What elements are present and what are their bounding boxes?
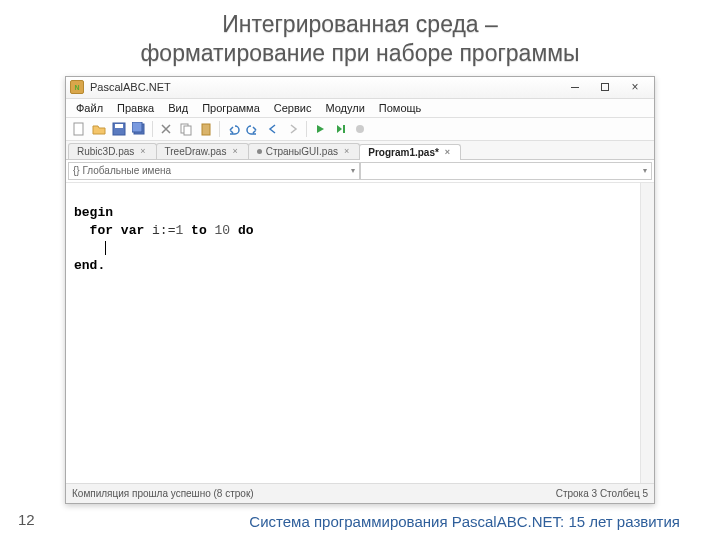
stop-button[interactable] bbox=[351, 120, 369, 138]
close-button[interactable]: × bbox=[620, 79, 650, 95]
run-button[interactable] bbox=[311, 120, 329, 138]
menu-view[interactable]: Вид bbox=[162, 101, 194, 115]
dirty-dot-icon bbox=[257, 149, 262, 154]
slide-title: Интегрированная среда – форматирование п… bbox=[0, 0, 720, 76]
save-all-button[interactable] bbox=[130, 120, 148, 138]
slide-title-line2: форматирование при наборе программы bbox=[140, 40, 579, 66]
minimize-button[interactable] bbox=[560, 79, 590, 95]
redo-button[interactable] bbox=[244, 120, 262, 138]
cut-button[interactable] bbox=[157, 120, 175, 138]
paste-button[interactable] bbox=[197, 120, 215, 138]
tab-close-icon[interactable]: × bbox=[140, 146, 145, 156]
new-file-button[interactable] bbox=[70, 120, 88, 138]
maximize-button[interactable] bbox=[590, 79, 620, 95]
menu-service[interactable]: Сервис bbox=[268, 101, 318, 115]
menubar: Файл Правка Вид Программа Сервис Модули … bbox=[66, 99, 654, 118]
code-editor[interactable]: begin for var i:=1 to 10 do end. bbox=[66, 183, 654, 483]
toolbar-separator bbox=[152, 121, 153, 137]
tab-program1[interactable]: Program1.pas*× bbox=[359, 144, 461, 160]
menu-modules[interactable]: Модули bbox=[319, 101, 370, 115]
scope-label: {} Глобальные имена bbox=[73, 165, 171, 176]
tab-countries[interactable]: СтраныGUI.pas× bbox=[248, 143, 361, 159]
slide-title-line1: Интегрированная среда – bbox=[222, 11, 498, 37]
toolbar bbox=[66, 118, 654, 141]
member-combo[interactable]: ▾ bbox=[360, 162, 652, 180]
svg-rect-7 bbox=[202, 124, 210, 135]
tab-label: TreeDraw.pas bbox=[165, 146, 227, 157]
lit-10: 10 bbox=[215, 223, 231, 238]
kw-for: for bbox=[90, 223, 113, 238]
svg-rect-0 bbox=[74, 123, 83, 135]
ide-window: N PascalABC.NET × Файл Правка Вид Програ… bbox=[65, 76, 655, 504]
svg-rect-8 bbox=[343, 125, 345, 133]
slide-number: 12 bbox=[18, 511, 35, 528]
undo-button[interactable] bbox=[224, 120, 242, 138]
maximize-icon bbox=[601, 83, 609, 91]
minimize-icon bbox=[571, 87, 579, 88]
nav-back-button[interactable] bbox=[264, 120, 282, 138]
window-title: PascalABC.NET bbox=[90, 81, 560, 93]
tab-label: СтраныGUI.pas bbox=[266, 146, 338, 157]
scope-bar: {} Глобальные имена ▾ ▾ bbox=[66, 160, 654, 183]
kw-end: end. bbox=[74, 258, 105, 273]
kw-var: var bbox=[121, 223, 144, 238]
ident-i: i bbox=[152, 223, 160, 238]
tab-treedraw[interactable]: TreeDraw.pas× bbox=[156, 143, 249, 159]
svg-rect-6 bbox=[184, 126, 191, 135]
menu-program[interactable]: Программа bbox=[196, 101, 266, 115]
slide-footer: Система программирования PascalABC.NET: … bbox=[249, 513, 680, 530]
tab-close-icon[interactable]: × bbox=[232, 146, 237, 156]
svg-rect-4 bbox=[132, 122, 142, 132]
lit-1: 1 bbox=[175, 223, 183, 238]
tab-rubic3d[interactable]: Rubic3D.pas× bbox=[68, 143, 157, 159]
chevron-down-icon: ▾ bbox=[643, 166, 647, 175]
scope-combo[interactable]: {} Глобальные имена ▾ bbox=[68, 162, 360, 180]
status-compile: Компиляция прошла успешно (8 строк) bbox=[72, 488, 254, 499]
menu-file[interactable]: Файл bbox=[70, 101, 109, 115]
save-button[interactable] bbox=[110, 120, 128, 138]
kw-do: do bbox=[238, 223, 254, 238]
copy-button[interactable] bbox=[177, 120, 195, 138]
svg-rect-2 bbox=[115, 124, 123, 128]
tab-close-icon[interactable]: × bbox=[344, 146, 349, 156]
toolbar-separator bbox=[219, 121, 220, 137]
vertical-scrollbar[interactable] bbox=[640, 183, 654, 483]
open-file-button[interactable] bbox=[90, 120, 108, 138]
kw-to: to bbox=[191, 223, 207, 238]
status-caret-pos: Строка 3 Столбец 5 bbox=[556, 488, 648, 499]
kw-begin: begin bbox=[74, 205, 113, 220]
menu-edit[interactable]: Правка bbox=[111, 101, 160, 115]
svg-point-9 bbox=[356, 125, 364, 133]
toolbar-separator bbox=[306, 121, 307, 137]
chevron-down-icon: ▾ bbox=[351, 166, 355, 175]
tab-label: Program1.pas* bbox=[368, 147, 439, 158]
tab-bar: Rubic3D.pas× TreeDraw.pas× СтраныGUI.pas… bbox=[66, 141, 654, 160]
menu-help[interactable]: Помощь bbox=[373, 101, 428, 115]
close-icon: × bbox=[631, 81, 638, 93]
text-cursor bbox=[105, 241, 106, 255]
statusbar: Компиляция прошла успешно (8 строк) Стро… bbox=[66, 483, 654, 503]
titlebar[interactable]: N PascalABC.NET × bbox=[66, 77, 654, 99]
step-button[interactable] bbox=[331, 120, 349, 138]
tab-label: Rubic3D.pas bbox=[77, 146, 134, 157]
op-assign: := bbox=[160, 223, 176, 238]
app-icon: N bbox=[70, 80, 84, 94]
nav-fwd-button[interactable] bbox=[284, 120, 302, 138]
tab-close-icon[interactable]: × bbox=[445, 147, 450, 157]
